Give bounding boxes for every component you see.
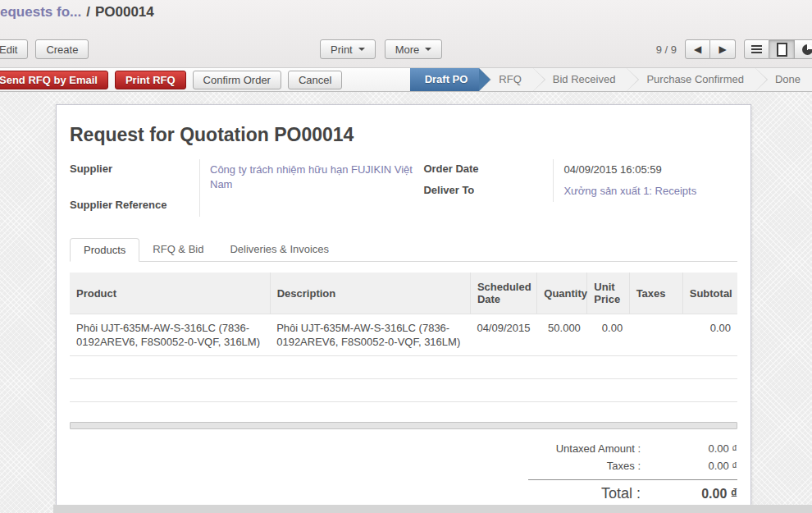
- deliver-to-label: Deliver To: [423, 181, 553, 202]
- table-header-row: Product Description Scheduled Date Quant…: [70, 273, 737, 314]
- totals-section: Untaxed Amount : 0.00 ₫ Taxes : 0.00 ₫ T…: [70, 440, 737, 505]
- field-supplier: Supplier Công ty trách nhiệm hữu hạn FUJ…: [70, 159, 423, 195]
- page-title: Request for Quotation PO00014: [70, 123, 737, 146]
- top-navigation-bar: equests fo.../PO00014 Edit Create Print …: [0, 0, 812, 67]
- taxes-value: 0.00 ₫: [641, 460, 737, 472]
- order-date-label: Order Date: [423, 159, 553, 181]
- list-view-button[interactable]: [744, 39, 769, 59]
- arrow-right-icon: ▶: [718, 44, 726, 55]
- field-deliver-to: Deliver To Xưởng sản xuất 1: Receipts: [423, 181, 737, 202]
- col-taxes[interactable]: Taxes: [629, 273, 682, 314]
- order-date-value: 04/09/2015 16:05:59: [553, 159, 737, 181]
- more-dropdown-button[interactable]: More: [385, 39, 443, 59]
- status-bar: Draft PO RFQ Bid Received Purchase Confi…: [410, 68, 812, 91]
- workflow-buttons: Send RFQ by Email Print RFQ Confirm Orde…: [0, 71, 342, 89]
- edit-button[interactable]: Edit: [0, 39, 28, 59]
- previous-record-button[interactable]: ◀: [685, 39, 710, 59]
- order-lines-table: Product Description Scheduled Date Quant…: [70, 273, 737, 402]
- print-rfq-button[interactable]: Print RFQ: [115, 71, 186, 89]
- print-more-toolbar: Print More: [320, 39, 442, 59]
- cell-quantity: 50.000: [537, 314, 587, 356]
- notebook-tabs: Products RFQ & Bid Deliveries & Invoices: [70, 238, 737, 262]
- tab-rfq-bid[interactable]: RFQ & Bid: [139, 238, 217, 262]
- breadcrumb: equests fo.../PO00014: [0, 4, 154, 21]
- send-rfq-by-email-button[interactable]: Send RFQ by Email: [0, 71, 108, 89]
- supplier-reference-label: Supplier Reference: [70, 195, 199, 217]
- list-icon: [751, 45, 762, 53]
- more-label: More: [395, 44, 420, 56]
- untaxed-amount-row: Untaxed Amount : 0.00 ₫: [70, 440, 737, 457]
- field-group-left: Supplier Công ty trách nhiệm hữu hạn FUJ…: [70, 159, 423, 217]
- table-empty-row: [70, 379, 737, 402]
- cell-product: Phôi UJT-635M-AW-S-316LC (7836-0192AREV6…: [70, 314, 270, 356]
- record-toolbar: Edit Create: [0, 39, 89, 59]
- next-record-button[interactable]: ▶: [710, 39, 736, 59]
- status-step-draft-po[interactable]: Draft PO: [410, 68, 480, 91]
- cell-scheduled-date: 04/09/2015: [470, 314, 536, 356]
- totals-divider: [528, 479, 737, 480]
- untaxed-amount-value: 0.00 ₫: [641, 442, 737, 455]
- pie-chart-icon: [802, 44, 812, 55]
- cell-unit-price: 0.00: [587, 314, 629, 356]
- tab-deliveries-invoices[interactable]: Deliveries & Invoices: [217, 238, 342, 262]
- arrow-left-icon: ◀: [694, 44, 701, 55]
- cell-taxes: [629, 314, 682, 356]
- caret-down-icon: [425, 48, 431, 51]
- form-view-button[interactable]: [769, 39, 795, 59]
- taxes-row: Taxes : 0.00 ₫: [70, 457, 737, 474]
- caret-down-icon: [358, 48, 365, 51]
- cell-description: Phôi UJT-635M-AW-S-316LC (7836-0192AREV6…: [270, 314, 470, 356]
- supplier-value-link[interactable]: Công ty trách nhiệm hữu hạn FUJIKIN Việt…: [199, 159, 423, 195]
- col-unit-price[interactable]: Unit Price: [587, 273, 629, 314]
- total-value: 0.00 ₫: [641, 487, 737, 502]
- pager-and-view-switcher: 9 / 9 ◀ ▶: [656, 39, 812, 59]
- deliver-to-value-link[interactable]: Xưởng sản xuất 1: Receipts: [553, 181, 737, 202]
- field-order-date: Order Date 04/09/2015 16:05:59: [423, 159, 737, 181]
- pager-counter: 9 / 9: [656, 44, 677, 56]
- total-label: Total :: [601, 485, 641, 502]
- form-icon: [777, 43, 787, 57]
- supplier-reference-value: [199, 195, 423, 217]
- breadcrumb-parent-link[interactable]: equests fo...: [0, 4, 81, 20]
- graph-view-button[interactable]: [795, 39, 812, 59]
- confirm-order-button[interactable]: Confirm Order: [193, 71, 281, 89]
- field-supplier-reference: Supplier Reference: [70, 195, 423, 217]
- field-group-right: Order Date 04/09/2015 16:05:59 Deliver T…: [423, 159, 737, 217]
- form-view-background: Request for Quotation PO00014 Supplier C…: [0, 92, 812, 513]
- print-dropdown-button[interactable]: Print: [320, 39, 376, 59]
- col-description[interactable]: Description: [270, 273, 470, 314]
- supplier-label: Supplier: [70, 159, 199, 195]
- breadcrumb-current: PO00014: [95, 4, 154, 20]
- col-product[interactable]: Product: [70, 273, 270, 314]
- header-fields: Supplier Công ty trách nhiệm hữu hạn FUJ…: [70, 159, 737, 217]
- pager-arrows: ◀ ▶: [685, 39, 736, 59]
- total-row: Total : 0.00 ₫: [70, 483, 737, 505]
- breadcrumb-separator: /: [86, 4, 90, 20]
- form-sheet: Request for Quotation PO00014 Supplier C…: [56, 104, 751, 513]
- action-status-bar: Send RFQ by Email Print RFQ Confirm Orde…: [0, 67, 812, 92]
- print-label: Print: [331, 44, 353, 56]
- taxes-label: Taxes :: [607, 460, 641, 472]
- status-step-purchase-confirmed[interactable]: Purchase Confirmed: [627, 68, 755, 91]
- table-empty-row: [70, 356, 737, 379]
- col-subtotal[interactable]: Subtotal: [682, 273, 737, 314]
- table-row[interactable]: Phôi UJT-635M-AW-S-316LC (7836-0192AREV6…: [70, 314, 737, 356]
- cell-subtotal: 0.00: [682, 314, 737, 356]
- status-step-bid-received[interactable]: Bid Received: [533, 68, 627, 91]
- tab-products[interactable]: Products: [70, 238, 139, 262]
- view-switcher: [744, 39, 812, 59]
- untaxed-amount-label: Untaxed Amount :: [556, 442, 641, 455]
- horizontal-scrollbar[interactable]: [70, 422, 737, 429]
- create-button[interactable]: Create: [35, 39, 89, 59]
- bottom-scrollbar-band[interactable]: [53, 505, 812, 513]
- col-quantity[interactable]: Quantity: [537, 273, 587, 314]
- col-scheduled-date[interactable]: Scheduled Date: [470, 273, 536, 314]
- cancel-button[interactable]: Cancel: [288, 71, 342, 89]
